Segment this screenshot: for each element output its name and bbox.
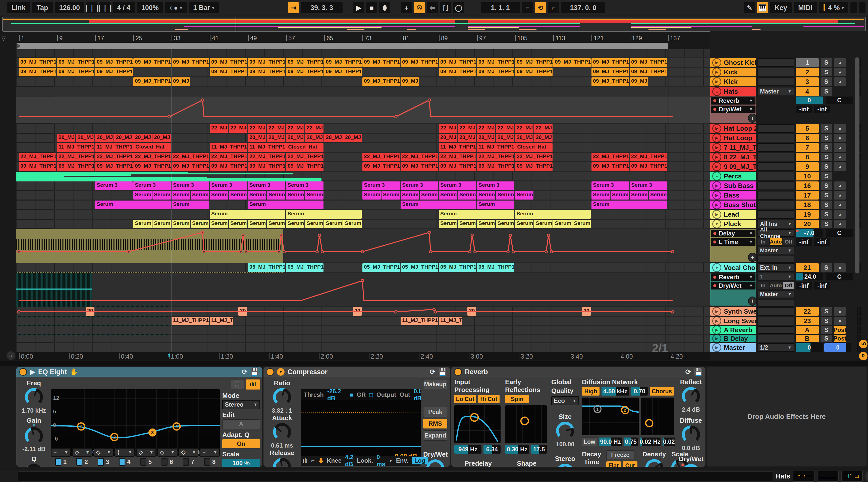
track-lane-hl2[interactable]: 22_MJ22_MJ22_MJ22_MJ22_MJ22_MJ22_MJ22_MJ… <box>16 124 710 133</box>
comp-view-collapsed-icon[interactable]: ılı <box>303 457 308 464</box>
clip[interactable]: 20_MJ <box>439 134 457 142</box>
clip[interactable]: 20_MJ <box>515 134 533 142</box>
automation-lane-select[interactable]: Delay▼ <box>711 230 755 237</box>
reverb-highshelf-toggle[interactable]: High <box>582 387 599 396</box>
device-compressor[interactable]: ▼ Compressor ⟳ 💾 Ratio 3.82 : 1 Attack 0… <box>263 367 450 467</box>
clip[interactable]: 09_MJ_THPP1 <box>57 68 94 77</box>
clip[interactable]: 09_MJ_THPP1 <box>515 68 553 77</box>
comp-expand-button[interactable]: Expand <box>423 430 447 441</box>
clip[interactable]: 09_MJ_THPP1 <box>95 58 133 67</box>
clip[interactable]: 11_MJ_THPP1 <box>401 317 438 325</box>
clip[interactable]: 09_MJ_THPP1 <box>324 58 362 67</box>
solo-button[interactable]: S <box>820 317 832 326</box>
clip[interactable]: 20_MJ <box>496 134 515 142</box>
reverb-loshelf-gain-field[interactable]: 0.75 <box>624 438 638 446</box>
panel-scrollbar[interactable] <box>855 57 860 273</box>
clip[interactable]: 09_MJ_THPP1 <box>363 78 400 86</box>
volume-field[interactable]: 0 <box>796 96 823 104</box>
track-activator[interactable]: 1 <box>796 58 819 67</box>
clip[interactable]: Serum <box>286 191 304 200</box>
clip[interactable]: 11_MJ_THPP1 <box>439 143 476 152</box>
output-checkbox-icon[interactable]: □ <box>369 391 373 398</box>
track-io-k1[interactable] <box>757 68 794 77</box>
overview-collapse-toggle[interactable]: ▽ <box>1 35 6 42</box>
track-activator[interactable]: 9 <box>796 162 819 171</box>
track-header-gk[interactable]: ▶Ghost Kick <box>710 58 756 67</box>
eq-audition-button[interactable]: 🎧 <box>231 379 244 390</box>
track-io-hl2[interactable] <box>757 124 794 133</box>
send-a-field[interactable]: -inf <box>796 238 812 246</box>
solo-button[interactable]: S <box>820 162 832 171</box>
quantize-menu[interactable]: 100% <box>137 2 163 13</box>
clip[interactable]: Serum <box>591 191 610 200</box>
clip[interactable]: 09_MJ_THPP1 <box>19 58 56 67</box>
send-a-field[interactable]: -inf <box>796 282 812 290</box>
clip[interactable]: 22_MJ <box>210 124 228 133</box>
clip[interactable]: 09_MJ_THPP1 <box>553 58 591 67</box>
stop-button[interactable]: ■ <box>366 2 377 13</box>
track-activator[interactable]: 20 <box>796 220 819 228</box>
clip[interactable]: Serum <box>95 201 171 209</box>
eq-band-filter-select[interactable]: ⌐▼ <box>200 448 220 457</box>
save-preset-icon[interactable]: 💾 <box>438 368 447 376</box>
clip[interactable]: 09_MJ_THPP1 <box>133 162 171 171</box>
clip[interactable]: 05_MJ_THPP1 <box>477 263 515 272</box>
device-thumbnail-compressor[interactable] <box>817 471 839 482</box>
reverb-chorus-rate-field[interactable]: 0.02 Hz <box>640 438 660 446</box>
track-header-t22[interactable]: ▶8 22_MJ_TH <box>710 153 756 161</box>
solo-button[interactable]: S <box>820 191 832 200</box>
track-lane-vox[interactable]: 05_MJ_THPP105_MJ_THPP105_MJ_THPP105_MJ_T… <box>16 263 710 272</box>
eq-band-3[interactable]: ◇▼3 <box>94 448 114 465</box>
clip[interactable]: 09_MJ_THPP1 <box>172 162 209 171</box>
track-header-sb[interactable]: ▶Sub Bass <box>710 181 756 190</box>
clip[interactable]: 22_MJ_THPP1 <box>401 153 438 161</box>
clip[interactable]: 20_MJ <box>248 134 266 142</box>
clip[interactable]: Serum <box>401 201 476 209</box>
track-activator[interactable]: B <box>796 335 819 342</box>
track-header-hl[interactable]: ▶Hat Loop <box>710 134 756 142</box>
track-activator[interactable]: 3 <box>796 78 819 86</box>
clip[interactable]: 20_MJ <box>57 134 75 142</box>
fold-arrow-icon[interactable]: ▶ <box>712 335 721 342</box>
reverb-diffuse-knob[interactable] <box>682 425 700 444</box>
bar-ruler[interactable]: 191725334149576573818997105113121129137 <box>16 35 710 42</box>
reverb-locut-toggle[interactable]: Lo Cut <box>454 395 476 403</box>
draw-mode-button[interactable]: ✎ <box>744 2 755 13</box>
reverb-chorus-display[interactable] <box>641 397 674 435</box>
solo-button[interactable]: S <box>820 334 832 342</box>
clip[interactable]: Serum 3 <box>591 181 629 190</box>
device-eq-eight[interactable]: ▶ EQ Eight ✋ ⟳ 💾 Freq 1.70 kHz Gain ▼ -2… <box>16 367 262 467</box>
pan-field[interactable]: C <box>826 96 853 104</box>
track-lane-ls[interactable]: 11_MJ_THPP111_MJ_T11_MJ_THPP111_MJ_T <box>16 317 710 325</box>
arm-monitor-button[interactable]: ● <box>834 124 846 133</box>
arm-monitor-button[interactable]: ◕ <box>834 200 846 209</box>
monitor-in-button[interactable]: In <box>757 238 769 245</box>
clip[interactable]: 20_MJ <box>305 134 323 142</box>
track-header-vox[interactable]: ▼Vocal Chops <box>710 263 756 272</box>
track-header-bs[interactable]: ▶Bass Shot <box>710 201 756 209</box>
clip[interactable]: Serum <box>267 220 285 228</box>
status-message-field[interactable] <box>18 472 773 482</box>
reverb-flat-button[interactable]: Flat <box>606 461 621 467</box>
solo-button[interactable]: S <box>820 124 832 133</box>
clip[interactable]: 22_MJ <box>515 124 533 133</box>
clip[interactable]: Serum <box>477 220 495 228</box>
clip[interactable]: Serum <box>133 191 152 200</box>
clip[interactable]: Serum <box>611 191 629 200</box>
comp-drywet-knob[interactable] <box>426 459 444 467</box>
clip[interactable]: Serum <box>210 220 228 228</box>
clip[interactable]: 11_MJ_THPP1_Closed_Hat <box>248 143 323 152</box>
hot-swap-icon[interactable]: ⟳ <box>430 368 435 376</box>
group-icon[interactable]: ≡ <box>712 172 721 180</box>
eq-analyze-button[interactable]: ılıl <box>246 380 260 390</box>
clip[interactable]: 22_MJ <box>305 124 323 133</box>
midi-map-button[interactable]: MIDI <box>794 2 817 13</box>
reverb-spin-toggle[interactable]: Spin <box>505 395 529 403</box>
track-lane-percs[interactable] <box>16 172 710 180</box>
device-thumbnail-eq[interactable] <box>793 471 814 482</box>
device-expand-icon[interactable]: ▼ <box>277 368 285 376</box>
solo-button[interactable]: S <box>820 58 832 67</box>
loop-start-field[interactable]: 1. 1. 1 <box>481 2 520 13</box>
clip[interactable]: 05_MJ_THPP1 <box>363 263 400 272</box>
clip[interactable]: Serum <box>496 220 515 228</box>
